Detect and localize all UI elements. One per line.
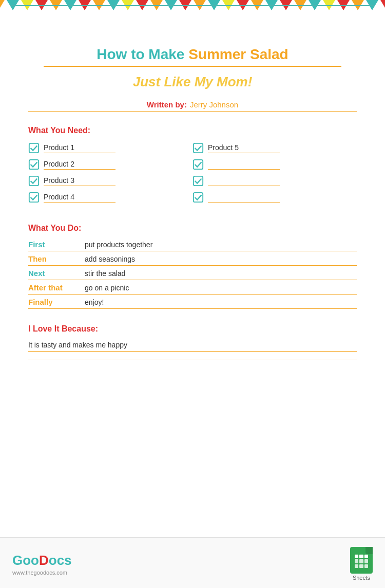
footer-url: www.thegoodocs.com	[12, 569, 72, 576]
ingredient-label: Product 3	[44, 176, 116, 186]
svg-rect-4	[29, 176, 38, 186]
sheets-cell	[355, 564, 358, 568]
bunting-flag	[380, 0, 385, 10]
step-row: Then add seasonings	[28, 254, 357, 266]
love-blank-line	[28, 359, 357, 359]
banner	[0, 0, 385, 31]
ingredient-item: Product 3	[28, 175, 192, 187]
logo-goo: Goo	[12, 553, 39, 568]
love-text: It is tasty and makes me happy	[28, 341, 357, 352]
steps-container: First put products together Then add sea…	[28, 240, 357, 309]
svg-rect-0	[29, 143, 38, 153]
step-description: go on a picnic	[85, 284, 357, 292]
step-label: Next	[28, 269, 85, 278]
checkbox-icon	[28, 175, 40, 187]
subtitle: Just Like My Mom!	[28, 74, 357, 90]
checkbox-icon	[28, 192, 40, 203]
ingredient-item	[192, 192, 357, 203]
ingredient-item: Product 2	[28, 159, 192, 170]
step-row: First put products together	[28, 240, 357, 251]
checkbox-icon	[192, 192, 204, 203]
title-underline	[44, 66, 341, 67]
ingredient-item	[192, 159, 357, 170]
written-by-underline	[28, 111, 357, 112]
step-label: After that	[28, 283, 85, 292]
title-part2: Summer Salad	[188, 46, 288, 62]
written-by-label: Written by:	[147, 100, 187, 109]
logo-ocs: ocs	[49, 553, 72, 568]
ingredient-item: Product 1	[28, 142, 192, 154]
ingredients-section-title: What You Need:	[28, 126, 357, 135]
love-section: I Love It Because: It is tasty and makes…	[28, 324, 357, 359]
ingredient-label: Product 2	[44, 160, 116, 170]
logo-d: D	[39, 553, 49, 568]
main-content: How to Make Summer Salad Just Like My Mo…	[0, 31, 385, 537]
title-part1: How to Make	[97, 46, 188, 62]
sheets-icon: Sheets	[350, 547, 373, 581]
checkbox-icon	[192, 142, 204, 154]
svg-rect-2	[29, 160, 38, 169]
checkbox-icon	[28, 159, 40, 170]
ingredient-label	[208, 160, 280, 170]
footer-left: GooDocs www.thegoodocs.com	[12, 553, 72, 576]
sheets-cell	[359, 555, 363, 558]
step-description: put products together	[85, 241, 357, 249]
ingredient-item: Product 5	[192, 142, 357, 154]
step-row: After that go on a picnic	[28, 283, 357, 295]
footer: GooDocs www.thegoodocs.com Sheets	[0, 537, 385, 588]
ingredients-grid: Product 1 Product 5 Product 2 Product 3	[28, 142, 357, 208]
ingredient-label: Product 5	[208, 143, 280, 153]
checkbox-icon	[192, 175, 204, 187]
ingredient-label	[208, 193, 280, 203]
page: How to Make Summer Salad Just Like My Mo…	[0, 0, 385, 588]
written-by-name: Jerry Johnson	[190, 100, 238, 109]
checkbox-icon	[28, 142, 40, 154]
sheets-box	[350, 547, 373, 574]
svg-rect-6	[29, 193, 38, 202]
love-section-title: I Love It Because:	[28, 324, 357, 334]
step-description: add seasonings	[85, 255, 357, 263]
step-description: stir the salad	[85, 269, 357, 278]
steps-section: What You Do: First put products together…	[28, 224, 357, 309]
step-label: First	[28, 240, 85, 249]
bunting-flag	[0, 0, 5, 10]
sheets-cell	[364, 555, 368, 558]
ingredient-label	[208, 176, 280, 186]
step-label: Then	[28, 254, 85, 263]
sheets-cell	[359, 564, 363, 568]
checkbox-icon	[192, 159, 204, 170]
step-description: enjoy!	[85, 298, 357, 306]
ingredient-item: Product 4	[28, 192, 192, 203]
steps-section-title: What You Do:	[28, 224, 357, 233]
written-by-row: Written by: Jerry Johnson	[28, 100, 357, 109]
sheets-label: Sheets	[353, 575, 370, 581]
sheets-grid	[355, 555, 368, 568]
main-title: How to Make Summer Salad	[28, 46, 357, 63]
step-label: Finally	[28, 298, 85, 306]
sheets-cell	[364, 564, 368, 568]
ingredient-item	[192, 175, 357, 187]
ingredient-label: Product 4	[44, 193, 116, 203]
banner-line	[10, 5, 375, 6]
step-row: Next stir the salad	[28, 269, 357, 280]
sheets-cell	[364, 559, 368, 563]
sheets-cell	[359, 559, 363, 563]
ingredient-label: Product 1	[44, 143, 116, 153]
sheets-cell	[355, 559, 358, 563]
sheets-cell	[355, 555, 358, 558]
gooddocs-logo: GooDocs	[12, 553, 72, 568]
step-row: Finally enjoy!	[28, 298, 357, 309]
